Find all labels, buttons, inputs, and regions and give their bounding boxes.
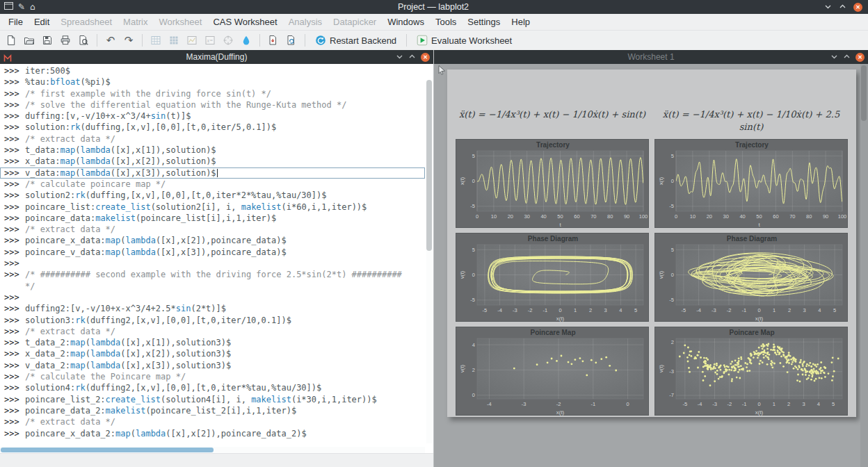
console-line[interactable]: */ [0, 281, 425, 292]
console-line[interactable]: >>>poincare_v_data:map(lambda([x],x[3]),… [0, 247, 425, 258]
menu-cas-worksheet[interactable]: CAS Worksheet [207, 15, 282, 28]
code-keyword: sin [176, 304, 191, 313]
edit-icon[interactable]: ✎ [18, 0, 25, 14]
code-text: ( [131, 429, 136, 439]
svg-text:0: 0 [627, 401, 629, 407]
console-line[interactable]: >>>duffing2:[v,-v/10+x-x^3/4+2.5*sin(2*t… [0, 303, 425, 314]
worksheet-vertical-scrollbar[interactable] [860, 64, 868, 467]
console-line[interactable]: >>>/* extract data */ [0, 416, 425, 427]
code-text: ([x],x[3]),solution)$ [111, 168, 216, 178]
console-line[interactable]: >>>v_data_2:map(lambda([x],x[3]),solutio… [0, 360, 425, 371]
console-line[interactable]: >>>poincare_list:create_list(solution2[i… [0, 202, 425, 213]
new-worksheet-button[interactable] [184, 32, 200, 49]
print-button[interactable] [57, 32, 74, 49]
window-close-icon[interactable] [853, 3, 862, 12]
console-line[interactable]: >>>/* solve the differential equation wi… [0, 99, 425, 110]
pane-float-icon[interactable] [830, 51, 838, 63]
console-line[interactable]: >>>/* first example with the driving for… [0, 88, 425, 99]
console-line[interactable]: >>>/* extract data */ [0, 224, 425, 235]
hscroll-handle[interactable] [1, 448, 214, 452]
pane-float-icon[interactable] [396, 51, 403, 63]
equation-label-1[interactable]: ẍ(t) = −1/4x³(t) + x(t) − 1/10ẋ(t) + sin… [456, 108, 649, 133]
console-line[interactable]: >>>/* calculate the Poincare map */ [0, 371, 425, 382]
evaluate-worksheet-button[interactable]: Evaluate Worksheet [412, 33, 517, 47]
svg-text:40: 40 [739, 213, 745, 220]
menu-spreadsheet[interactable]: Spreadsheet [55, 15, 118, 28]
menu-windows[interactable]: Windows [382, 15, 430, 28]
syntax-highlight-button[interactable] [238, 32, 255, 49]
console-line[interactable]: >>>t_data:map(lambda([x],x[1]),solution)… [0, 145, 425, 156]
plot-phase-diagram-2[interactable]: Phase Diagram-5-4-3-2-101234550-5x(t)v(t… [654, 233, 848, 322]
menu-datapicker[interactable]: Datapicker [328, 15, 382, 28]
menu-file[interactable]: File [3, 15, 29, 28]
plot-poincare-map-1[interactable]: Poincare Map-4-3-2-10420x(t)v(t) [456, 327, 649, 416]
console[interactable]: >>>iter:500$>>>%tau:bfloat(%pi)$>>>/* fi… [0, 65, 425, 446]
menu-matrix[interactable]: Matrix [118, 15, 153, 28]
pane-close-icon[interactable] [855, 53, 865, 62]
cursor-mode-icon[interactable] [436, 65, 447, 78]
new-project-button[interactable] [3, 32, 19, 49]
chevron-up-icon[interactable] [839, 1, 846, 13]
pane-restore-icon[interactable] [843, 51, 851, 63]
console-line[interactable]: >>>poincare_data_2:makelist(poincare_lis… [0, 405, 425, 416]
open-project-button[interactable] [21, 32, 38, 49]
console-line[interactable]: >>>t_data_2:map(lambda([x],x[1]),solutio… [0, 337, 425, 348]
code-text: ( [75, 156, 80, 166]
menu-edit[interactable]: Edit [29, 15, 55, 28]
vscroll-handle[interactable] [426, 80, 432, 251]
pane-close-icon[interactable] [421, 53, 430, 62]
redo-button[interactable]: ↷ [120, 32, 137, 49]
worksheet-page[interactable]: ẍ(t) = −1/4x³(t) + x(t) − 1/10ẋ(t) + sin… [447, 69, 856, 417]
console-line[interactable]: >>>poincare_data:makelist(poincare_list[… [0, 213, 425, 224]
console-line[interactable]: >>>poincare_list_2:create_list(solution4… [0, 394, 425, 405]
new-datapicker-button[interactable] [220, 32, 236, 49]
console-line[interactable]: >>>/* calculate poincare map */ [0, 179, 425, 190]
plot-phase-diagram-1[interactable]: Phase Diagram-5-4-3-2-101234550-5x(t)v(t… [456, 233, 649, 322]
console-line[interactable]: >>>x_data:map(lambda([x],x[2]),solution)… [0, 156, 425, 167]
console-line[interactable]: >>>/* extract data */ [0, 133, 425, 145]
svg-text:2: 2 [472, 367, 475, 373]
plot-trajectory-1[interactable]: Trajectory010203040506070809010050-5tx(t… [456, 139, 649, 228]
export-button[interactable] [265, 32, 282, 49]
console-line[interactable]: >>>/* ########## second example with the… [0, 269, 425, 280]
console-line[interactable]: >>>solution2:rk(duffing,[x,v],[0,0],[t,0… [0, 190, 425, 201]
console-line[interactable]: >>>%tau:bfloat(%pi)$ [0, 76, 425, 88]
new-spreadsheet-button[interactable] [147, 32, 164, 49]
app-icon[interactable] [4, 1, 13, 13]
equation-label-2[interactable]: ẍ(t) = −1/4x³(t) + x(t) − 1/10ẋ(t) + 2.5… [654, 108, 848, 133]
console-vertical-scrollbar[interactable] [426, 80, 432, 443]
plot-trajectory-2[interactable]: Trajectory010203040506070809010050-5tx(t… [654, 139, 848, 228]
console-line[interactable]: >>>poincare_x_data_2:map(lambda([x],x[2]… [0, 428, 425, 439]
new-formula-button[interactable]: x= [202, 32, 218, 49]
console-line[interactable]: >>> [0, 258, 425, 269]
menu-analysis[interactable]: Analysis [283, 15, 328, 28]
home-icon[interactable]: ⌂ [30, 0, 35, 14]
worksheet-area[interactable]: ẍ(t) = −1/4x³(t) + x(t) − 1/10ẋ(t) + sin… [434, 64, 868, 467]
code-text: (i*30,i,1,iter))$ [291, 395, 377, 404]
console-line[interactable]: >>>solution4:rk(duffing2,[x,v],[0,0],[t,… [0, 382, 425, 393]
console-line[interactable]: >>>poincare_x_data:map(lambda([x],x[2]),… [0, 235, 425, 246]
undo-button[interactable]: ↶ [102, 32, 119, 49]
ws-scroll-handle[interactable] [861, 65, 867, 121]
console-line[interactable]: >>>v_data:map(lambda([x],x[3]),solution)… [0, 167, 425, 179]
restart-backend-button[interactable]: Restart Backend [310, 33, 401, 47]
menu-help[interactable]: Help [506, 15, 536, 28]
console-horizontal-scrollbar[interactable] [0, 447, 425, 453]
console-line[interactable]: >>>solution:rk(duffing,[x,v],[0,0],[t,0,… [0, 122, 425, 133]
new-matrix-button[interactable] [166, 32, 182, 49]
menu-settings[interactable]: Settings [462, 15, 506, 28]
pane-restore-icon[interactable] [408, 51, 416, 63]
menu-worksheet[interactable]: Worksheet [153, 15, 207, 28]
console-line[interactable]: >>>iter:500$ [0, 65, 425, 76]
console-line[interactable]: >>>solution3:rk(duffing2,[x,v],[0,0],[t,… [0, 315, 425, 326]
console-line[interactable]: >>>duffing:[v,-v/10+x-x^3/4+sin(t)]$ [0, 110, 425, 122]
reload-button[interactable] [283, 32, 300, 49]
save-project-button[interactable] [39, 32, 56, 49]
plot-poincare-map-2[interactable]: Poincare Map-5-4-3-2-10123452-3-7x(t)v(t… [654, 327, 848, 416]
console-line[interactable]: >>>/* extract data */ [0, 326, 425, 337]
console-line[interactable]: >>>x_data_2:map(lambda([x],x[2]),solutio… [0, 348, 425, 359]
menu-tools[interactable]: Tools [430, 15, 462, 28]
print-preview-button[interactable] [75, 32, 92, 49]
console-line[interactable]: >>> [0, 292, 425, 303]
chevron-down-icon[interactable] [824, 1, 832, 13]
